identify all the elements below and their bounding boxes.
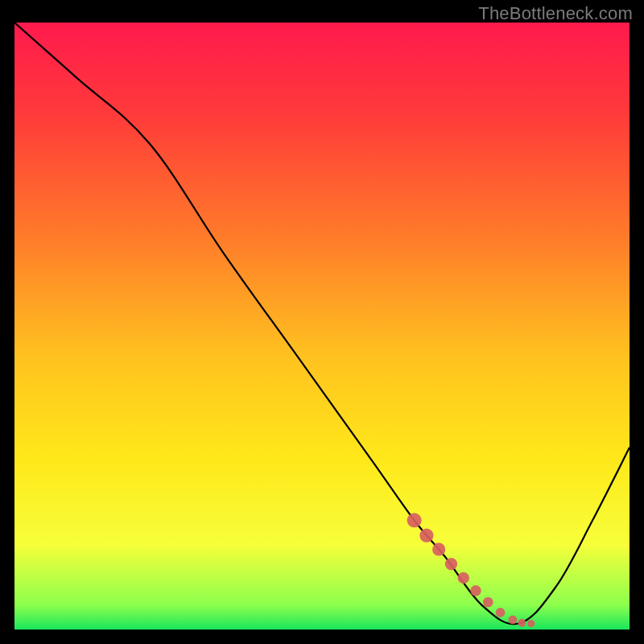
bottleneck-chart xyxy=(14,23,630,630)
optimal-zone-dot xyxy=(458,572,469,584)
optimal-zone-dot xyxy=(496,608,506,617)
optimal-zone-dot xyxy=(445,558,457,570)
optimal-zone-dot xyxy=(470,585,481,597)
heat-background xyxy=(14,23,630,630)
optimal-zone-dot xyxy=(407,513,422,527)
optimal-zone-dot xyxy=(419,529,433,543)
optimal-zone-dot xyxy=(527,620,535,627)
optimal-zone-dot xyxy=(518,619,526,627)
chart-container xyxy=(14,23,630,630)
optimal-zone-dot xyxy=(432,543,445,555)
optimal-zone-dot xyxy=(483,597,493,608)
watermark-text: TheBottleneck.com xyxy=(478,3,633,24)
optimal-zone-dot xyxy=(508,616,517,625)
